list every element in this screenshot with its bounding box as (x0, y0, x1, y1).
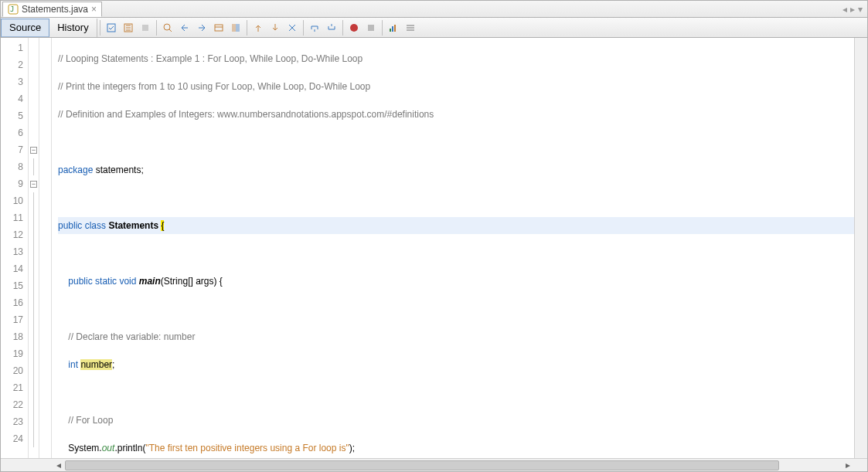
toolbar-button-9[interactable] (250, 20, 266, 36)
svg-rect-8 (236, 24, 240, 32)
source-tab[interactable]: Source (1, 19, 49, 37)
scroll-left-icon[interactable]: ◂ (52, 459, 65, 472)
svg-rect-6 (215, 25, 223, 31)
toolbar-button-1[interactable] (104, 20, 119, 36)
svg-rect-13 (394, 25, 396, 32)
file-tab-label: Statements.java (22, 4, 88, 15)
tab-nav-arrows: ◂ ▸ ▾ (842, 4, 866, 15)
file-tab-bar: J Statements.java × ◂ ▸ ▾ (1, 1, 867, 18)
svg-rect-12 (392, 26, 393, 32)
svg-point-9 (350, 24, 358, 32)
close-tab-icon[interactable]: × (91, 4, 97, 15)
toolbar-button-10[interactable] (267, 20, 283, 36)
toolbar-button-5[interactable] (177, 20, 192, 36)
toolbar-button-3[interactable] (138, 20, 153, 36)
toolbar-button-6[interactable] (194, 20, 209, 36)
toolbar-button-8[interactable] (228, 20, 243, 36)
toolbar-button-12[interactable] (307, 20, 322, 36)
toolbar-button-2[interactable] (121, 20, 136, 36)
toolbar-button-4[interactable] (160, 20, 175, 36)
scrollbar-thumb[interactable] (65, 460, 779, 470)
fold-column: − − (29, 38, 39, 458)
svg-rect-2 (107, 24, 115, 32)
fold-toggle-icon[interactable]: − (30, 181, 37, 188)
svg-point-5 (164, 24, 170, 30)
tab-menu-icon[interactable]: ▾ (858, 4, 863, 15)
prev-tab-icon[interactable]: ◂ (842, 4, 847, 15)
editor-toolbar: Source History (1, 18, 867, 38)
file-tab-statements[interactable]: J Statements.java × (2, 2, 102, 17)
svg-rect-10 (368, 25, 374, 31)
svg-rect-7 (232, 24, 236, 32)
history-tab[interactable]: History (49, 19, 97, 37)
svg-rect-11 (390, 29, 391, 32)
toolbar-button-17[interactable] (403, 20, 418, 36)
toolbar-button-11[interactable] (284, 20, 300, 36)
next-tab-icon[interactable]: ▸ (850, 4, 855, 15)
toolbar-button-14[interactable] (346, 20, 362, 36)
marker-column (39, 38, 52, 458)
vertical-scrollbar[interactable] (854, 38, 867, 458)
line-number-gutter: 123456789101112131415161718192021222324 (1, 38, 29, 458)
toolbar-button-15[interactable] (363, 20, 379, 36)
toolbar-button-16[interactable] (386, 20, 401, 36)
horizontal-scrollbar[interactable]: ◂ ▸ (1, 458, 867, 471)
scroll-right-icon: ▸ (841, 459, 854, 472)
toolbar-button-13[interactable] (324, 20, 339, 36)
toolbar-button-7[interactable] (211, 20, 226, 36)
svg-text:J: J (10, 5, 14, 13)
svg-rect-4 (142, 25, 148, 31)
code-editor[interactable]: // Looping Statements : Example 1 : For … (52, 38, 854, 458)
fold-toggle-icon[interactable]: − (30, 147, 37, 154)
java-file-icon: J (8, 4, 19, 15)
